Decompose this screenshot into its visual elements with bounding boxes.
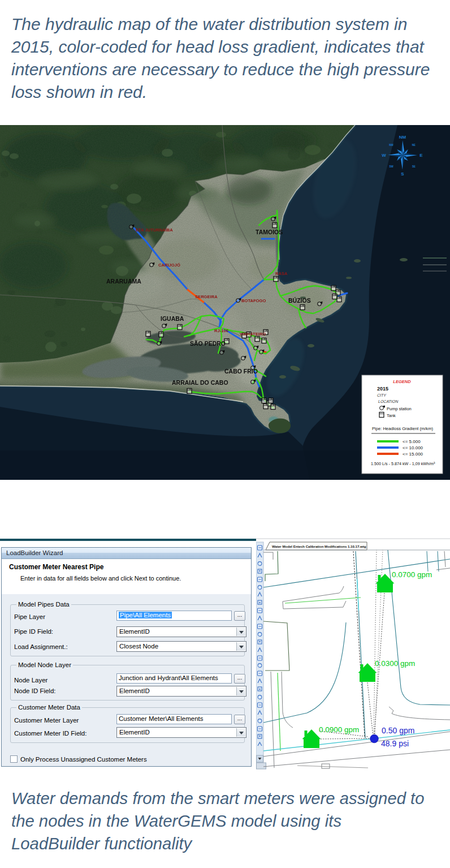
- svg-text:0.50 gpm: 0.50 gpm: [382, 726, 414, 735]
- svg-text:SERGEIRA: SERGEIRA: [195, 294, 218, 299]
- svg-text:Pipe: Headloss Gradient (m/km): Pipe: Headloss Gradient (m/km): [372, 426, 434, 431]
- svg-text:SE: SE: [412, 165, 416, 168]
- svg-text:NW: NW: [389, 144, 393, 147]
- svg-text:CABO FRIO: CABO FRIO: [224, 368, 258, 375]
- svg-text:SW: SW: [389, 165, 393, 168]
- svg-text:1.500 L/s - 5.874 kW - 1,09 kW: 1.500 L/s - 5.874 kW - 1,09 kWh/m³: [371, 461, 435, 466]
- svg-text:ETA JUTURNAÍBA: ETA JUTURNAÍBA: [136, 227, 173, 233]
- svg-text:NM: NM: [399, 135, 406, 140]
- svg-text:<= 10.000: <= 10.000: [403, 445, 423, 450]
- svg-text:LEGEND: LEGEND: [393, 379, 411, 384]
- svg-text:RJ-106: RJ-106: [214, 328, 228, 333]
- svg-text:Pump station: Pump station: [387, 406, 412, 411]
- svg-text:NE: NE: [412, 144, 416, 147]
- svg-text:ARARUAMA: ARARUAMA: [106, 278, 141, 285]
- svg-text:Tank: Tank: [387, 413, 396, 418]
- svg-text:CARIJOJÓ: CARIJOJÓ: [158, 263, 180, 268]
- svg-text:SÃO PEDRO: SÃO PEDRO: [190, 340, 226, 347]
- svg-text:E: E: [419, 153, 423, 158]
- svg-text:0.0700 gpm: 0.0700 gpm: [392, 570, 432, 579]
- svg-text:S: S: [401, 171, 404, 177]
- svg-text:48.9 psi: 48.9 psi: [381, 739, 409, 748]
- svg-text:BÚZIOS: BÚZIOS: [288, 297, 311, 304]
- svg-text:2015: 2015: [377, 386, 388, 392]
- svg-text:<= 5.000: <= 5.000: [403, 439, 421, 444]
- svg-text:RASA: RASA: [275, 271, 288, 276]
- svg-text:VINHATEIRO: VINHATEIRO: [240, 332, 266, 337]
- svg-text:<= 15.000: <= 15.000: [403, 452, 423, 457]
- svg-text:TAMOIOS: TAMOIOS: [256, 229, 283, 235]
- svg-text:BOTAFOGO: BOTAFOGO: [241, 298, 266, 303]
- svg-text:ARRAIAL DO CABO: ARRAIAL DO CABO: [172, 379, 228, 386]
- svg-text:W: W: [382, 153, 386, 158]
- svg-text:CITY: CITY: [377, 393, 387, 397]
- svg-text:Water Model Entech Calibration: Water Model Entech Calibration Modificat…: [272, 544, 366, 548]
- svg-text:0.0900 gpm: 0.0900 gpm: [319, 725, 359, 734]
- svg-text:IGUABA: IGUABA: [161, 315, 184, 322]
- svg-text:LOCATION: LOCATION: [378, 399, 399, 403]
- svg-text:0.0300 gpm: 0.0300 gpm: [375, 659, 415, 668]
